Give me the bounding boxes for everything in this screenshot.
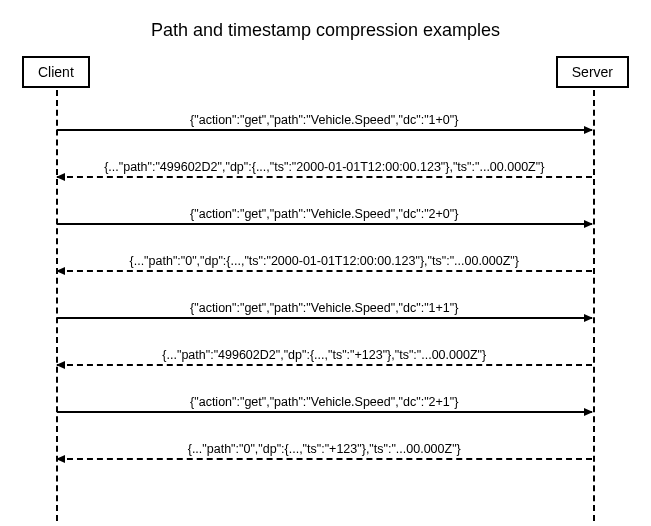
arrow-right-icon bbox=[584, 220, 593, 228]
message-arrow bbox=[57, 317, 592, 319]
message-arrow bbox=[57, 411, 592, 413]
actor-client: Client bbox=[22, 56, 90, 88]
message-label: {..."path":"0","dp":{...,"ts":"2000-01-0… bbox=[130, 254, 519, 270]
message-row: {"action":"get","path":"Vehicle.Speed","… bbox=[57, 113, 592, 131]
message-label: {..."path":"499602D2","dp":{...,"ts":"20… bbox=[104, 160, 544, 176]
message-row: {"action":"get","path":"Vehicle.Speed","… bbox=[57, 395, 592, 413]
message-row: {..."path":"499602D2","dp":{...,"ts":"20… bbox=[57, 160, 592, 178]
message-label: {"action":"get","path":"Vehicle.Speed","… bbox=[190, 207, 458, 223]
message-arrow bbox=[57, 129, 592, 131]
message-label: {"action":"get","path":"Vehicle.Speed","… bbox=[190, 113, 458, 129]
message-arrow bbox=[57, 223, 592, 225]
message-row: {..."path":"499602D2","dp":{...,"ts":"+1… bbox=[57, 348, 592, 366]
message-row: {..."path":"0","dp":{...,"ts":"+123"},"t… bbox=[57, 442, 592, 460]
sequence-diagram: Path and timestamp compression examples … bbox=[0, 0, 651, 526]
arrow-left-icon bbox=[56, 173, 65, 181]
arrow-left-icon bbox=[56, 361, 65, 369]
lifeline-server bbox=[593, 90, 595, 521]
message-label: {..."path":"0","dp":{...,"ts":"+123"},"t… bbox=[188, 442, 461, 458]
message-row: {"action":"get","path":"Vehicle.Speed","… bbox=[57, 207, 592, 225]
message-row: {"action":"get","path":"Vehicle.Speed","… bbox=[57, 301, 592, 319]
message-row: {..."path":"0","dp":{...,"ts":"2000-01-0… bbox=[57, 254, 592, 272]
arrow-left-icon bbox=[56, 267, 65, 275]
message-arrow bbox=[57, 364, 592, 366]
actor-client-label: Client bbox=[38, 64, 74, 80]
message-arrow bbox=[57, 458, 592, 460]
message-arrow bbox=[57, 270, 592, 272]
arrow-right-icon bbox=[584, 408, 593, 416]
message-label: {"action":"get","path":"Vehicle.Speed","… bbox=[190, 301, 458, 317]
diagram-title: Path and timestamp compression examples bbox=[0, 20, 651, 41]
message-arrow bbox=[57, 176, 592, 178]
arrow-right-icon bbox=[584, 126, 593, 134]
actor-server-label: Server bbox=[572, 64, 613, 80]
arrow-right-icon bbox=[584, 314, 593, 322]
actor-server: Server bbox=[556, 56, 629, 88]
arrow-left-icon bbox=[56, 455, 65, 463]
message-label: {"action":"get","path":"Vehicle.Speed","… bbox=[190, 395, 458, 411]
message-label: {..."path":"499602D2","dp":{...,"ts":"+1… bbox=[162, 348, 486, 364]
